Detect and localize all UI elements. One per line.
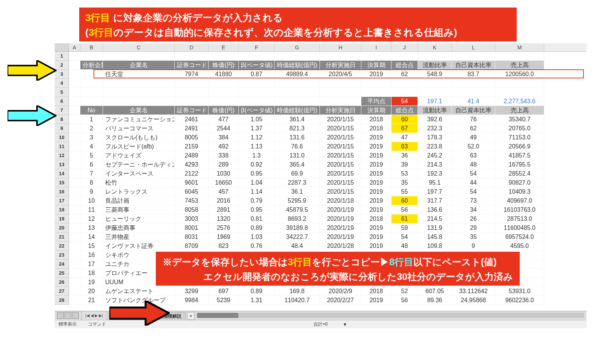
cell[interactable]: 131.6 [275, 133, 320, 142]
cell[interactable]: 90827.0 [495, 178, 544, 187]
cell[interactable] [69, 124, 80, 133]
cell[interactable] [103, 52, 175, 61]
row-header[interactable]: 7 [55, 106, 69, 115]
cell[interactable]: 2020/1/15 [320, 142, 361, 151]
cell[interactable]: 53931.0 [495, 287, 544, 296]
row-header[interactable]: 22 [55, 242, 69, 251]
cell[interactable] [239, 97, 275, 106]
cell[interactable] [69, 79, 80, 88]
cell[interactable] [69, 196, 80, 205]
col-header[interactable]: M [495, 43, 544, 51]
header-cell[interactable]: 自己資本比率 [452, 106, 495, 115]
cell[interactable]: 1200560.0 [495, 70, 544, 79]
cell[interactable]: 232.3 [418, 124, 452, 133]
cell[interactable]: 2019 [361, 196, 392, 205]
cell[interactable]: 2019 [361, 70, 392, 79]
cell[interactable]: 0.81 [239, 214, 275, 223]
cell[interactable] [80, 97, 103, 106]
cell[interactable]: 69.9 [275, 169, 320, 178]
cell[interactable]: 8031 [175, 232, 209, 242]
avg-label[interactable]: 平均点 [361, 97, 392, 106]
col-header[interactable]: G [275, 43, 320, 51]
cell[interactable] [69, 187, 80, 196]
cell[interactable]: 2019 [361, 232, 392, 242]
row-header[interactable]: 20 [55, 223, 69, 232]
company-name[interactable]: レントラックス [103, 187, 175, 196]
cell[interactable]: 2020/1/15 [320, 187, 361, 196]
cell[interactable]: 83.7 [452, 70, 495, 79]
cell[interactable]: 20566.9 [495, 142, 544, 151]
company-name[interactable]: バリューコマース [103, 124, 175, 133]
cell[interactable]: 0.89 [239, 287, 275, 296]
cell[interactable]: 110420.7 [275, 296, 320, 305]
row-number[interactable]: 8 [80, 178, 103, 187]
cell[interactable] [69, 269, 80, 278]
cell[interactable]: 34 [452, 205, 495, 214]
cell[interactable]: 1.31 [239, 296, 275, 305]
header-cell[interactable]: 分析実施日 [320, 61, 361, 70]
cell[interactable]: 4595.0 [495, 242, 544, 251]
cell[interactable]: 2020/2/9 [320, 287, 361, 296]
row-header[interactable]: 28 [55, 296, 69, 305]
row-header[interactable]: 2 [55, 61, 69, 70]
row-header[interactable]: 6 [55, 97, 69, 106]
cell[interactable]: 49 [452, 133, 495, 142]
cell[interactable]: 76 [452, 115, 495, 124]
cell[interactable]: 1.14 [239, 187, 275, 196]
cell[interactable]: 492 [209, 142, 239, 151]
cell[interactable] [69, 169, 80, 178]
view-pagebreak-icon[interactable] [72, 312, 79, 319]
cell[interactable]: 2019 [361, 223, 392, 232]
score-cell[interactable]: 35 [392, 178, 418, 187]
row-header[interactable]: 14 [55, 169, 69, 178]
cell[interactable] [69, 88, 80, 97]
cell[interactable] [69, 61, 80, 70]
row-number[interactable]: 13 [80, 223, 103, 232]
cell[interactable]: 287513.0 [495, 214, 544, 223]
cell[interactable]: 457 [209, 187, 239, 196]
cell[interactable]: 178.3 [418, 133, 452, 142]
cell[interactable]: 35 [452, 232, 495, 242]
cell[interactable] [495, 79, 544, 88]
cell[interactable] [69, 260, 80, 269]
cell[interactable]: 2020/1/19 [320, 214, 361, 223]
cell[interactable] [175, 79, 209, 88]
row-number[interactable]: 3 [80, 133, 103, 142]
cell[interactable] [69, 70, 80, 79]
cell[interactable]: 823 [209, 242, 239, 251]
row-header[interactable]: 21 [55, 232, 69, 242]
cell[interactable]: 8058 [175, 205, 209, 214]
cell[interactable] [361, 52, 392, 61]
cell[interactable]: 16650 [209, 178, 239, 187]
cell[interactable]: 2020/2/27 [320, 296, 361, 305]
col-header[interactable]: J [392, 43, 418, 51]
cell[interactable]: 8001 [175, 223, 209, 232]
row-number[interactable]: 15 [80, 242, 103, 251]
cell[interactable]: 36.1 [275, 187, 320, 196]
cell[interactable] [392, 52, 418, 61]
sheet-nav-arrows[interactable]: |◀ ◀ ▶ ▶| [81, 311, 107, 320]
cell[interactable]: 0.76 [239, 242, 275, 251]
company-name[interactable]: ヒューリック [103, 214, 175, 223]
cell[interactable]: 2016 [209, 196, 239, 205]
cell[interactable]: 477 [209, 115, 239, 124]
cell[interactable]: 8005 [175, 133, 209, 142]
row-header[interactable]: 8 [55, 115, 69, 124]
cell[interactable]: 2020/1/28 [320, 242, 361, 251]
cell[interactable] [69, 160, 80, 169]
row-number[interactable]: 6 [80, 160, 103, 169]
cell[interactable]: 5239 [209, 296, 239, 305]
row-header[interactable]: 19 [55, 214, 69, 223]
cell[interactable]: 52.0 [452, 142, 495, 151]
header-cell[interactable]: 流動比率 [418, 61, 452, 70]
row-header[interactable]: 4 [55, 79, 69, 88]
cell[interactable]: 365.4 [275, 160, 320, 169]
cell[interactable]: 361.4 [275, 115, 320, 124]
cell[interactable]: 2019 [361, 142, 392, 151]
cell[interactable]: 2019 [361, 151, 392, 160]
cell[interactable]: 131.9 [418, 223, 452, 232]
cell[interactable] [209, 88, 239, 97]
row-header[interactable]: 3 [55, 70, 69, 79]
col-header[interactable]: H [320, 43, 361, 51]
cell[interactable] [495, 52, 544, 61]
